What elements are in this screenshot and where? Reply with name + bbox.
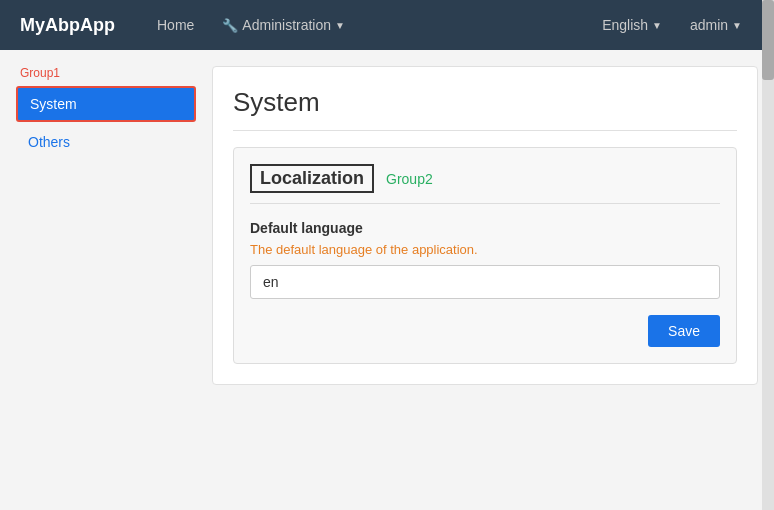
- wrench-icon: 🔧: [222, 18, 238, 33]
- page-title: System: [233, 87, 737, 131]
- brand[interactable]: MyAbpApp: [20, 15, 115, 36]
- sidebar-item-system[interactable]: System: [16, 86, 196, 122]
- sidebar-group-label: Group1: [16, 66, 196, 80]
- save-button[interactable]: Save: [648, 315, 720, 347]
- tab-localization-label[interactable]: Localization: [250, 164, 374, 193]
- language-input[interactable]: [250, 265, 720, 299]
- user-menu[interactable]: admin ▼: [678, 9, 754, 41]
- navbar: MyAbpApp Home 🔧 Administration ▼ English…: [0, 0, 774, 50]
- form-label-language: Default language: [250, 220, 720, 236]
- sidebar-item-others[interactable]: Others: [16, 126, 196, 158]
- content-area: System Localization Group2 Default langu…: [212, 66, 758, 385]
- main-container: Group1 System Others System Localization…: [0, 50, 774, 401]
- nav-home[interactable]: Home: [145, 9, 206, 41]
- scrollbar-thumb[interactable]: [762, 0, 774, 80]
- tab-group2-label[interactable]: Group2: [386, 171, 433, 187]
- chevron-down-icon: ▼: [732, 20, 742, 31]
- form-hint-language: The default language of the application.: [250, 242, 720, 257]
- navbar-right: English ▼ admin ▼: [590, 9, 754, 41]
- tab-section: Localization Group2 Default language The…: [233, 147, 737, 364]
- chevron-down-icon: ▼: [652, 20, 662, 31]
- tab-header: Localization Group2: [250, 164, 720, 204]
- scrollbar[interactable]: [762, 0, 774, 510]
- nav-administration[interactable]: 🔧 Administration ▼: [210, 9, 357, 41]
- nav-links: Home 🔧 Administration ▼: [145, 9, 590, 41]
- sidebar: Group1 System Others: [16, 66, 196, 385]
- chevron-down-icon: ▼: [335, 20, 345, 31]
- language-selector[interactable]: English ▼: [590, 9, 674, 41]
- form-group-language: Default language The default language of…: [250, 220, 720, 299]
